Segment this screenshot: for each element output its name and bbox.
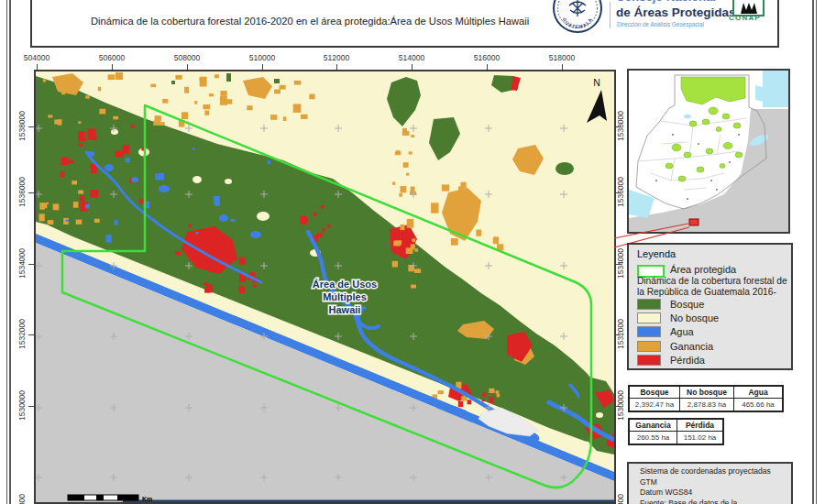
left-axis-label: 1532000	[17, 315, 28, 354]
legend-label: Bosque	[670, 299, 704, 310]
coverage-table: Bosque No bosque Agua 2,392.47 ha 2,878.…	[629, 386, 783, 411]
legend-label: Pérdida	[670, 355, 705, 366]
change-header-ganancia: Ganancia	[630, 420, 677, 432]
x-axis-label: 512000	[318, 53, 355, 62]
north-label: N	[593, 77, 600, 88]
legend-item-ganancia: Ganancia	[637, 340, 788, 354]
legend-label: No bosque	[670, 312, 719, 323]
legend-item-no-bosque: No bosque	[637, 312, 788, 325]
x-axis-label: 514000	[393, 53, 430, 62]
coverage-header-bosque: Bosque	[630, 387, 680, 399]
legend-item-agua: Agua	[637, 325, 788, 339]
org-subtitle: Dirección de Análisis Geoespacial	[617, 21, 704, 27]
x-axis-label: 518000	[544, 53, 580, 62]
legend-panel: Leyenda Área protegida Dinámica de la co…	[627, 243, 793, 370]
coverage-value-bosque: 2,392.47 ha	[630, 399, 680, 411]
info-line: GTM	[640, 477, 791, 488]
left-axis-label: 1536000	[17, 173, 28, 212]
guatemala-inset-map	[627, 69, 790, 234]
x-axis-label: 506000	[94, 53, 130, 62]
change-value-ganancia: 260.55 ha	[630, 432, 677, 444]
logo-divider	[610, 2, 610, 28]
change-header-perdida: Pérdida	[677, 420, 723, 432]
bottom-channel	[123, 500, 614, 503]
svg-text:Múltiples: Múltiples	[323, 291, 367, 302]
legend-swatch	[637, 312, 661, 323]
x-axis-label: 510000	[244, 53, 280, 62]
x-axis-label: 508000	[169, 53, 205, 62]
legend-swatch	[637, 355, 661, 366]
svg-text:Hawaii: Hawaii	[329, 304, 361, 315]
info-line: Fuente: Base de datos de la	[640, 499, 791, 504]
coverage-header-agua: Agua	[734, 387, 783, 399]
change-value-perdida: 151.02 ha	[677, 432, 723, 444]
map-document: { "header": { "title": "Dinámica de la c…	[0, 0, 825, 504]
legend-label: Agua	[670, 326, 694, 337]
left-axis-label: 1538000	[17, 107, 28, 146]
legend-swatch	[637, 326, 661, 337]
inset-location-box	[689, 219, 698, 225]
protected-area-label: Área protegida	[670, 264, 736, 275]
coverage-value-agua: 465.66 ha	[734, 399, 783, 411]
org-name-line2: de Áreas Protegidas	[616, 5, 736, 19]
guatemala-seal-logo: GUATEMALA	[551, 0, 604, 38]
legend-swatch	[637, 341, 661, 352]
org-name-line1: Consejo Nacional	[616, 0, 716, 4]
info-line: Datum WGS84	[640, 488, 791, 499]
conap-glyph-icon	[739, 1, 759, 15]
page-border-right-outer	[816, 0, 817, 504]
coverage-value-nobosque: 2,878.83 ha	[680, 399, 734, 411]
legend-title: Leyenda	[637, 248, 676, 259]
scale-unit-label: Km	[142, 496, 152, 502]
legend-label: Ganancia	[670, 341, 713, 352]
header-box: Dinámica de la cobertura forestal 2016-2…	[30, 0, 779, 48]
page-border-left-inner	[9, 0, 11, 504]
coverage-header-nobosque: No bosque	[680, 387, 734, 399]
info-line: Sistema de coordenadas proyectadas	[640, 466, 791, 477]
legend-item-bosque: Bosque	[637, 298, 788, 312]
legend-item-pérdida: Pérdida	[637, 354, 788, 367]
page-border-right-inner	[812, 0, 814, 504]
crs-info-panel: Sistema de coordenadas proyectadasGTMDat…	[627, 462, 793, 504]
conap-label: CONAP	[729, 14, 761, 22]
change-table: Ganancia Pérdida 260.55 ha 151.02 ha	[629, 419, 723, 444]
map-title: Dinámica de la cobertura forestal 2016-2…	[91, 16, 529, 27]
right-axis-label: 1528000	[616, 490, 626, 504]
legend-swatch	[637, 299, 661, 310]
page-border-left-outer	[6, 0, 7, 504]
left-axis-label: 1530000	[17, 387, 28, 425]
svg-text:Área de Usos: Área de Usos	[313, 279, 377, 290]
left-axis-label: 1534000	[17, 245, 28, 283]
x-axis-label: 504000	[18, 53, 55, 62]
main-map: Km N Área de Usos Múltiples Hawaii	[34, 70, 616, 504]
left-axis-label: 1528000	[17, 490, 28, 504]
x-axis-label: 516000	[468, 53, 505, 62]
